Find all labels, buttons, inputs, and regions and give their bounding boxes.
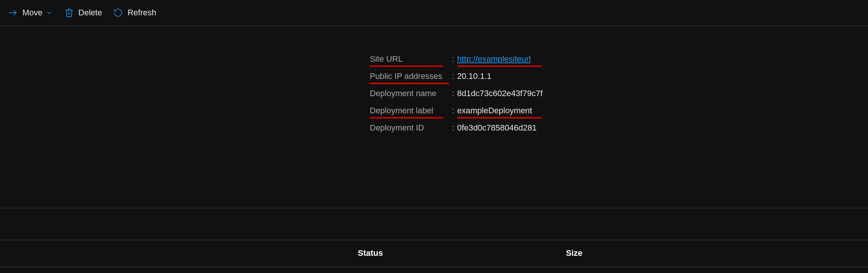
deployment-label-label: Deployment label (370, 106, 452, 116)
properties-panel: Site URL : http://examplesiteurl Public … (370, 50, 613, 136)
deployment-label-value: exampleDeployment (457, 106, 532, 116)
refresh-button[interactable]: Refresh (113, 8, 156, 18)
arrow-right-icon (7, 7, 18, 18)
prop-row-public-ip: Public IP addresses : 20.10.1.1 (370, 68, 613, 85)
divider (0, 208, 868, 209)
toolbar: Move Delete Refresh (0, 0, 868, 26)
trash-icon (64, 8, 74, 18)
public-ip-value: 20.10.1.1 (457, 71, 492, 81)
delete-label: Delete (78, 8, 102, 18)
colon: : (452, 54, 457, 64)
colon: : (452, 123, 457, 133)
move-label: Move (22, 8, 43, 18)
site-url-label: Site URL (370, 54, 452, 64)
move-button[interactable]: Move (7, 7, 53, 18)
annotation-underline (370, 117, 443, 119)
site-url-link[interactable]: http://examplesiteurl (457, 54, 531, 64)
table-header: Status Size (0, 244, 868, 263)
colon: : (452, 106, 457, 116)
column-size[interactable]: Size (566, 248, 582, 258)
delete-button[interactable]: Delete (64, 8, 102, 18)
prop-row-deployment-name: Deployment name : 8d1dc73c602e43f79c7f (370, 85, 613, 102)
refresh-icon (113, 8, 123, 18)
colon: : (452, 71, 457, 81)
annotation-underline (457, 117, 541, 119)
annotation-underline (370, 83, 449, 84)
divider (0, 266, 868, 267)
colon: : (452, 89, 457, 98)
deployment-id-value: 0fe3d0c7858046d281 (457, 123, 537, 133)
prop-row-site-url: Site URL : http://examplesiteurl (370, 50, 613, 68)
deployment-id-label: Deployment ID (370, 123, 452, 133)
prop-row-deployment-label: Deployment label : exampleDeployment (370, 102, 613, 119)
annotation-underline (370, 65, 443, 67)
deployment-name-value: 8d1dc73c602e43f79c7f (457, 89, 543, 98)
chevron-down-icon (46, 9, 53, 16)
refresh-label: Refresh (127, 8, 156, 18)
annotation-underline (457, 65, 541, 67)
prop-row-deployment-id: Deployment ID : 0fe3d0c7858046d281 (370, 119, 613, 136)
divider (0, 239, 868, 240)
deployment-name-label: Deployment name (370, 89, 452, 98)
column-status[interactable]: Status (358, 248, 383, 258)
public-ip-label: Public IP addresses (370, 71, 452, 81)
